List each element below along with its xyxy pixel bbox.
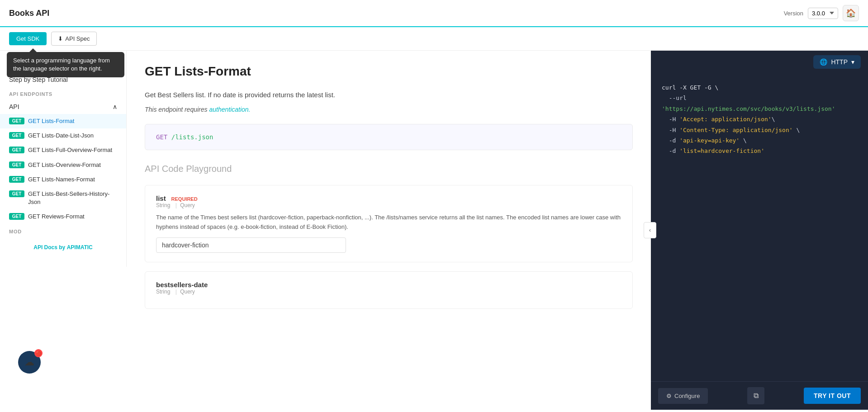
try-it-out-button[interactable]: TRY IT OUT: [804, 388, 861, 404]
method-badge-get: GET: [9, 118, 24, 124]
chevron-left-icon: ‹: [649, 227, 651, 233]
protocol-label: HTTP: [831, 58, 848, 66]
method-badge-get: GET: [9, 213, 24, 220]
param-date-meta: String | Query: [156, 289, 621, 295]
param-list-description: The name of the Times best sellers list …: [156, 213, 621, 232]
header-right: Version 3.0.0 2.0.0 1.0.0 🏠: [784, 5, 859, 21]
auth-note: This endpoint requires authentication.: [145, 106, 633, 113]
sidebar-footer: API Docs by APIMATIC: [0, 237, 126, 258]
chevron-up-icon: ∧: [113, 103, 117, 110]
param-list-input[interactable]: [156, 237, 346, 253]
globe-icon: 🌐: [820, 58, 827, 66]
sub-header: Get SDK ⬇ API Spec Select a programming …: [0, 27, 868, 51]
code-line-3: -H 'Accept: application/json'\: [662, 114, 857, 124]
endpoint-name: GET Lists-Date-List-Json: [28, 132, 94, 140]
code-path: /lists.json: [171, 133, 213, 141]
param-date-section: bestsellers-date String | Query: [145, 271, 633, 309]
param-list-header: list REQUIRED: [156, 194, 621, 202]
top-header: Books API Version 3.0.0 2.0.0 1.0.0 🏠: [0, 0, 868, 27]
get-sdk-button[interactable]: Get SDK: [9, 32, 47, 45]
endpoint-name: GET Lists-Full-Overview-Format: [28, 146, 112, 154]
page-title: GET Lists-Format: [145, 64, 633, 79]
method-badge-get: GET: [9, 132, 24, 139]
endpoint-name: GET Lists-Format: [28, 117, 74, 125]
playground-title: API Code Playground: [145, 164, 633, 174]
code-line-4: -H 'Content-Type: application/json' \: [662, 125, 857, 135]
download-icon: ⬇: [58, 35, 63, 42]
sidebar-api-group[interactable]: API ∧: [0, 99, 126, 114]
endpoint-name: GET Lists-Best-Sellers-History-Json: [28, 190, 117, 206]
code-line-5: -d 'api-key=api-key' \: [662, 135, 857, 146]
sidebar-item-lists-best-sellers[interactable]: GET GET Lists-Best-Sellers-History-Json: [0, 187, 126, 209]
param-list-required: REQUIRED: [171, 196, 198, 202]
method-badge-get: GET: [9, 161, 24, 168]
code-method: GET: [156, 133, 167, 141]
panel-toggle-button[interactable]: ‹: [644, 222, 656, 238]
chevron-down-icon: ▾: [851, 58, 854, 66]
gear-icon: ⚙: [666, 393, 672, 399]
copy-icon: ⧉: [754, 392, 759, 400]
code-line-2: --url 'https://api.nytimes.com/svc/books…: [662, 93, 857, 114]
chat-bubble[interactable]: ☁ 🔴: [9, 378, 32, 401]
content-area: GET Lists-Format Get Best Sellers list. …: [127, 51, 651, 410]
method-badge-get: GET: [9, 147, 24, 153]
code-panel: curl -X GET -G \ --url 'https://api.nyti…: [651, 73, 868, 381]
param-list-meta: String | Query: [156, 202, 621, 208]
version-select[interactable]: 3.0.0 2.0.0 1.0.0: [808, 8, 838, 19]
configure-button[interactable]: ⚙ Configure: [658, 388, 708, 404]
app-title: Books API: [9, 9, 49, 18]
param-list-section: list REQUIRED String | Query The name of…: [145, 185, 633, 262]
endpoint-name: GET Reviews-Format: [28, 213, 85, 221]
right-panel: 🌐 HTTP ▾ ‹ curl -X GET -G \ --url 'https…: [651, 51, 868, 410]
sidebar-item-lists-date[interactable]: GET GET Lists-Date-List-Json: [0, 128, 126, 143]
method-badge-get: GET: [9, 176, 24, 183]
code-line-1: curl -X GET -G \: [662, 82, 857, 93]
sidebar-section-mod: MOD: [0, 224, 126, 237]
copy-button[interactable]: ⧉: [747, 387, 764, 404]
api-spec-button[interactable]: ⬇ API Spec: [51, 32, 96, 46]
apimatic-brand: APIMATIC: [67, 244, 93, 251]
panel-header: 🌐 HTTP ▾: [651, 51, 868, 73]
auth-link[interactable]: authentication.: [209, 106, 250, 113]
sidebar-item-lists-overview[interactable]: GET GET Lists-Overview-Format: [0, 158, 126, 172]
param-date-name: bestsellers-date: [156, 281, 208, 289]
sidebar-item-reviews[interactable]: GET GET Reviews-Format: [0, 209, 126, 224]
description-text: Get Best Sellers list. If no date is pro…: [145, 90, 633, 100]
endpoint-code-block: GET /lists.json: [145, 124, 633, 150]
chat-badge: 🔴: [34, 349, 43, 357]
chat-icon: ☁: [24, 356, 34, 368]
sidebar-item-lists-format[interactable]: GET GET Lists-Format: [0, 114, 126, 128]
version-label: Version: [784, 10, 803, 17]
param-date-header: bestsellers-date: [156, 281, 621, 289]
tooltip: Select a programming language from the l…: [7, 52, 124, 77]
sidebar-item-lists-names[interactable]: GET GET Lists-Names-Format: [0, 172, 126, 187]
code-line-6: -d 'list=hardcover-fiction': [662, 146, 857, 156]
code-content: curl -X GET -G \ --url 'https://api.nyti…: [662, 82, 857, 156]
sidebar-item-lists-full[interactable]: GET GET Lists-Full-Overview-Format: [0, 143, 126, 157]
main-layout: STEP BY STEP TUTORIAL Step by Step Tutor…: [0, 51, 868, 410]
sidebar-section-endpoints: API ENDPOINTS: [0, 87, 126, 99]
home-button[interactable]: 🏠: [843, 5, 859, 21]
sidebar: STEP BY STEP TUTORIAL Step by Step Tutor…: [0, 51, 127, 267]
panel-footer: ⚙ Configure ⧉ TRY IT OUT: [651, 381, 868, 410]
param-list-name: list: [156, 194, 166, 202]
endpoint-name: GET Lists-Overview-Format: [28, 161, 101, 169]
endpoint-name: GET Lists-Names-Format: [28, 175, 95, 184]
sidebar-group-label: API: [9, 103, 19, 110]
http-select-button[interactable]: 🌐 HTTP ▾: [813, 55, 861, 69]
method-badge-get: GET: [9, 190, 24, 197]
